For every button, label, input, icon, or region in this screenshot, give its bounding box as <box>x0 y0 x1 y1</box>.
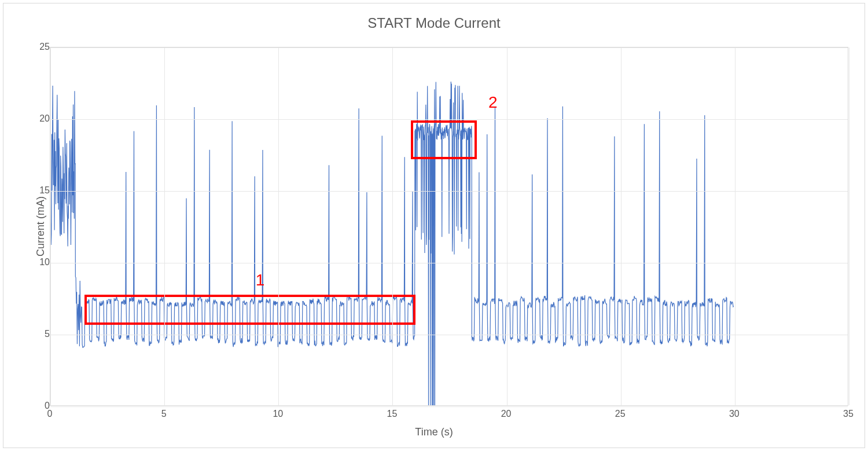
y-tick: 25 <box>27 42 50 52</box>
annotation-label-2: 2 <box>488 93 498 112</box>
annotation-box-1 <box>84 295 415 325</box>
y-tick: 15 <box>27 185 50 196</box>
annotation-box-2 <box>411 120 477 159</box>
y-tick: 20 <box>27 113 50 124</box>
annotation-label-1: 1 <box>256 271 265 289</box>
plot-area: 1 2 <box>50 47 848 406</box>
x-tick: 25 <box>609 409 632 419</box>
y-axis-label: Current (mA) <box>35 196 47 256</box>
chart-title: START Mode Current <box>3 15 865 31</box>
x-axis-label: Time (s) <box>3 426 865 438</box>
x-tick: 10 <box>266 409 289 419</box>
chart-container: START Mode Current 1 2 Current (mA) Time… <box>3 3 865 448</box>
x-tick: 20 <box>495 409 518 419</box>
data-line <box>50 47 848 405</box>
x-tick: 35 <box>837 409 860 419</box>
y-tick: 5 <box>27 329 50 339</box>
x-tick: 5 <box>152 409 175 419</box>
y-tick: 10 <box>27 257 50 267</box>
x-tick: 30 <box>723 409 746 419</box>
x-tick: 15 <box>380 409 403 419</box>
x-tick: 0 <box>38 409 61 419</box>
